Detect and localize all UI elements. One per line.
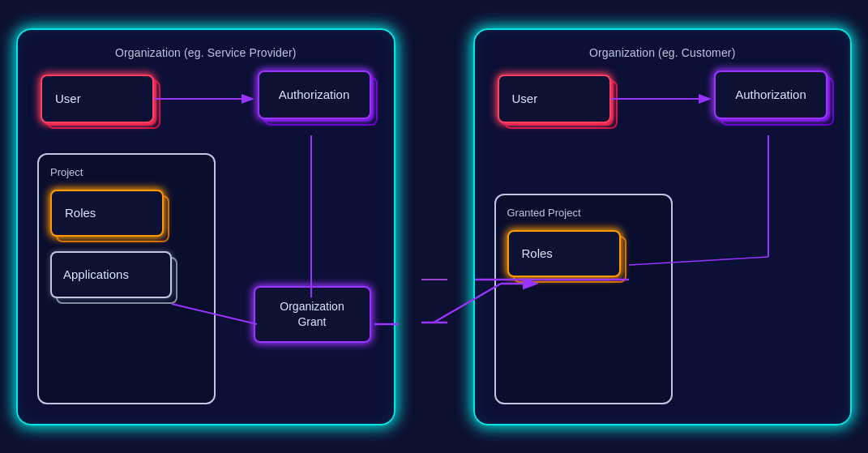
org-grant-box: OrganizationGrant — [254, 286, 371, 343]
user-box-left: User — [41, 75, 154, 123]
auth-label-left: Authorization — [279, 88, 350, 101]
roles-label-right: Roles — [522, 246, 553, 260]
roles-box-left: Roles — [50, 190, 164, 237]
user-box-right: User — [498, 75, 611, 123]
auth-box-right: Authorization — [714, 71, 827, 119]
auth-box-left: Authorization — [258, 71, 371, 119]
left-org-panel: Organization (eg. Service Provider) User… — [16, 28, 396, 425]
right-org-label: Organization (eg. Customer) — [491, 46, 835, 59]
cross-connector-svg — [421, 28, 447, 425]
user-label-right: User — [512, 92, 538, 105]
apps-label-left: Applications — [63, 267, 129, 281]
right-org-panel: Organization (eg. Customer) User Authori… — [473, 28, 853, 425]
granted-project-label: Granted Project — [507, 207, 660, 219]
roles-label-left: Roles — [65, 206, 96, 220]
roles-main-left: Roles — [50, 190, 164, 237]
roles-box-right: Roles — [507, 230, 621, 277]
auth-label-right: Authorization — [735, 88, 806, 101]
diagram-container: Organization (eg. Service Provider) User… — [0, 0, 868, 453]
cross-connector — [421, 28, 447, 425]
apps-main-left: Applications — [50, 251, 172, 298]
user-label-left: User — [55, 92, 81, 105]
apps-box-left: Applications — [50, 251, 172, 298]
granted-project-panel: Granted Project Roles — [494, 194, 673, 404]
project-panel-left: Project Roles Applications — [37, 153, 216, 404]
roles-main-right: Roles — [507, 230, 621, 277]
left-org-label: Organization (eg. Service Provider) — [34, 46, 378, 59]
org-grant-label: OrganizationGrant — [280, 299, 344, 328]
project-label-left: Project — [50, 166, 203, 178]
